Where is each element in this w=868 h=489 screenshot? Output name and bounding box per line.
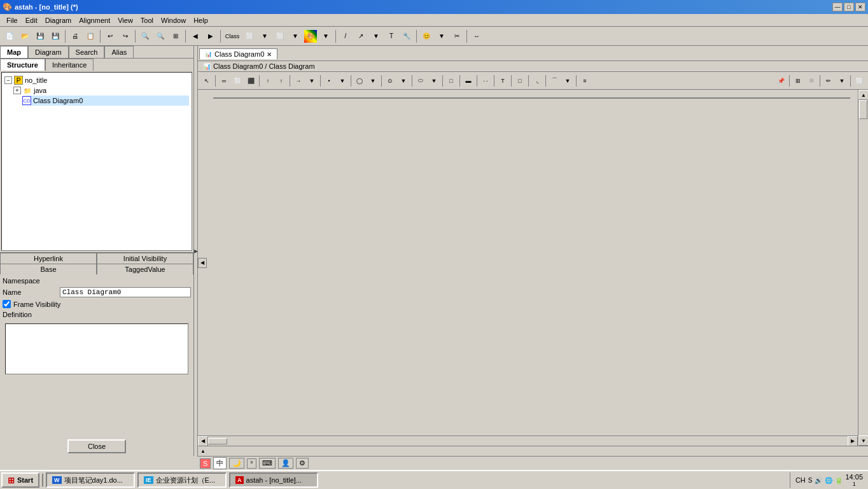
ime-settings[interactable]: ⚙ bbox=[296, 458, 309, 469]
tab-search[interactable]: Search bbox=[69, 46, 105, 58]
save-as-button[interactable]: 💾 bbox=[48, 29, 62, 43]
tab-hyperlink[interactable]: Hyperlink bbox=[0, 253, 97, 264]
taskbar-word[interactable]: W 项目笔记day1.do... bbox=[46, 472, 135, 488]
dtb-dropdown5[interactable]: ▼ bbox=[428, 74, 440, 87]
scroll-up-btn[interactable]: ▲ bbox=[858, 90, 868, 100]
edit-tool[interactable]: ✏ bbox=[822, 74, 835, 87]
print-button[interactable]: 🖨 bbox=[68, 29, 82, 43]
toolbar-btn-19[interactable]: ✂ bbox=[450, 29, 464, 43]
maximize-button[interactable]: □ bbox=[844, 3, 854, 11]
note-tool[interactable]: ═ bbox=[218, 74, 230, 87]
ime-moon[interactable]: 🌙 bbox=[229, 458, 244, 469]
start-button[interactable]: ⊞ Start bbox=[1, 472, 39, 488]
select-tool[interactable]: ↖ bbox=[200, 74, 213, 87]
dtb-dropdown2[interactable]: ▼ bbox=[336, 74, 349, 87]
copy-image-button[interactable]: 📋 bbox=[83, 29, 97, 43]
toolbar-btn-8[interactable]: ⬜ bbox=[273, 29, 287, 43]
dtb-dropdown7[interactable]: ▼ bbox=[836, 74, 848, 87]
line-btn[interactable]: / bbox=[339, 29, 353, 43]
curve-tool[interactable]: ⌒ bbox=[548, 74, 561, 87]
menu-edit[interactable]: Edit bbox=[22, 15, 41, 25]
dtb-dropdown4[interactable]: ▼ bbox=[397, 74, 410, 87]
tab-taggedvalue[interactable]: TaggedValue bbox=[97, 264, 193, 274]
nav-back-button[interactable]: ◀ bbox=[188, 29, 202, 43]
diagram-tab-classdiagram[interactable]: 📊 Class Diagram0 ✕ bbox=[199, 48, 277, 59]
scroll-down-btn[interactable]: ▼ bbox=[858, 436, 868, 446]
fit-page-tool[interactable]: ⊞ bbox=[792, 74, 804, 87]
dtb-dropdown3[interactable]: ▼ bbox=[367, 74, 379, 87]
nav-fwd-button[interactable]: ▶ bbox=[204, 29, 218, 43]
tree-view[interactable]: − P no_title + 📁 java CD Class Diagram0 bbox=[1, 72, 192, 251]
ime-keyboard[interactable]: ⌨ bbox=[259, 458, 276, 469]
export-tool[interactable]: ⬜ bbox=[853, 74, 865, 87]
diagram-canvas[interactable]: pkg bbox=[213, 97, 850, 99]
save-button[interactable]: 💾 bbox=[33, 29, 47, 43]
zoom-out-button[interactable]: 🔍 bbox=[153, 29, 167, 43]
dtb-btn-5[interactable]: ↑ bbox=[275, 74, 288, 87]
tab-close-icon[interactable]: ✕ bbox=[267, 51, 272, 58]
taskbar-ie[interactable]: IE 企业资源计划（E... bbox=[137, 472, 227, 488]
left-arrow-btn[interactable]: ◀ bbox=[198, 258, 207, 268]
tab-diagram[interactable]: Diagram bbox=[28, 46, 69, 58]
arrow-tool[interactable]: → bbox=[292, 74, 305, 87]
java-expand-icon[interactable]: + bbox=[13, 87, 21, 94]
root-expand-icon[interactable]: − bbox=[4, 76, 12, 84]
text-tool[interactable]: T bbox=[496, 74, 509, 87]
dtb-btn-20[interactable]: □ bbox=[514, 74, 526, 87]
minimize-button[interactable]: — bbox=[832, 3, 843, 11]
page-break-tool[interactable]: ⊟ bbox=[805, 74, 818, 87]
menu-window[interactable]: Window bbox=[157, 15, 190, 25]
dtb-btn-3[interactable]: ⬛ bbox=[244, 74, 257, 87]
h-scroll-track[interactable] bbox=[208, 438, 848, 444]
undo-button[interactable]: ↩ bbox=[103, 29, 117, 43]
v-scroll-thumb[interactable] bbox=[859, 100, 867, 119]
rect-tool[interactable]: □ bbox=[445, 74, 458, 87]
tab-initial-visibility[interactable]: Initial Visibility bbox=[97, 253, 193, 264]
ime-person[interactable]: 👤 bbox=[278, 458, 293, 469]
ime-indicator[interactable]: CH bbox=[795, 476, 806, 484]
definition-textarea[interactable] bbox=[5, 323, 188, 374]
h-scroll-thumb[interactable] bbox=[208, 438, 227, 444]
ellipse-tool[interactable]: ◯ bbox=[353, 74, 366, 87]
angle-tool[interactable]: ◟ bbox=[531, 74, 543, 87]
expand-arrow[interactable]: ▲ bbox=[200, 448, 206, 454]
dtb-btn-10[interactable]: ⊙ bbox=[384, 74, 396, 87]
color-btn[interactable]: 🎨 bbox=[304, 29, 318, 43]
tab-structure[interactable]: Structure bbox=[0, 59, 45, 71]
ime-s-btn[interactable]: S bbox=[200, 458, 211, 469]
dtb-btn-12[interactable]: ⬭ bbox=[414, 74, 427, 87]
toolbar-btn-18[interactable]: ▼ bbox=[435, 29, 449, 43]
toolbar-btn-9[interactable]: ▼ bbox=[288, 29, 302, 43]
toolbar-btn-14[interactable]: ▼ bbox=[369, 29, 383, 43]
frame-visibility-checkbox[interactable] bbox=[3, 300, 11, 308]
pin-tool[interactable]: 📌 bbox=[774, 74, 787, 87]
menu-alignment[interactable]: Alignment bbox=[75, 15, 114, 25]
tree-java[interactable]: + 📁 java bbox=[13, 85, 189, 96]
canvas-wrapper[interactable]: ◀ pkg bbox=[198, 90, 858, 436]
zoom-fit-button[interactable]: ⊞ bbox=[169, 29, 183, 43]
name-value[interactable]: Class Diagram0 bbox=[60, 287, 191, 297]
dtb-dropdown6[interactable]: ▼ bbox=[561, 74, 574, 87]
close-button[interactable]: Close bbox=[67, 439, 126, 453]
tree-classdiagram[interactable]: CD Class Diagram0 bbox=[22, 96, 189, 106]
ime-chinese[interactable]: 中 bbox=[213, 457, 227, 469]
extra-tool[interactable]: ≡ bbox=[578, 74, 591, 87]
zoom-in-button[interactable]: 🔍 bbox=[138, 29, 152, 43]
line-tool[interactable]: ▬ bbox=[462, 74, 475, 87]
tree-root[interactable]: − P no_title bbox=[4, 75, 189, 85]
v-scroll-track[interactable] bbox=[858, 100, 868, 436]
taskbar-astah[interactable]: A astah - [no_title]... bbox=[229, 472, 318, 488]
menu-help[interactable]: Help bbox=[190, 15, 212, 25]
dashed-tool[interactable]: - - bbox=[479, 74, 492, 87]
redo-button[interactable]: ↪ bbox=[118, 29, 132, 43]
tab-alias[interactable]: Alias bbox=[104, 46, 134, 58]
frame-tool[interactable]: ⬜ bbox=[231, 74, 244, 87]
menu-file[interactable]: File bbox=[3, 15, 22, 25]
tab-base[interactable]: Base bbox=[0, 264, 97, 274]
smiley-btn[interactable]: 😊 bbox=[419, 29, 433, 43]
menu-view[interactable]: View bbox=[114, 15, 137, 25]
toolbar-btn-16[interactable]: 🔧 bbox=[400, 29, 414, 43]
dot-tool[interactable]: • bbox=[323, 74, 335, 87]
tab-map[interactable]: Map bbox=[0, 46, 28, 58]
toolbar-btn-11[interactable]: ▼ bbox=[319, 29, 333, 43]
